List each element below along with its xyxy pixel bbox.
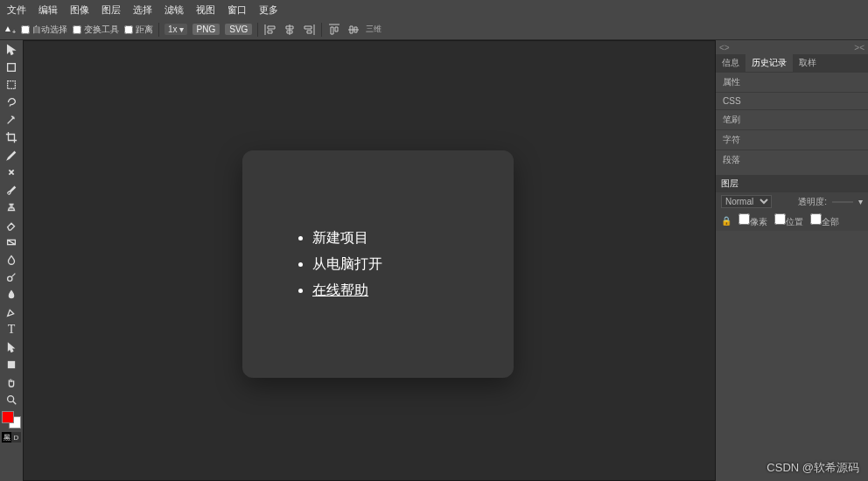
svg-point-5 (8, 396, 14, 402)
right-panels: <> >< 信息 历史记录 取样 属性 CSS 笔刷 字符 段落 图层 Norm… (716, 40, 868, 481)
tab-sample[interactable]: 取样 (793, 54, 822, 72)
eyedropper-tool[interactable] (2, 147, 21, 163)
svg-rect-1 (8, 81, 16, 89)
foreground-color-swatch[interactable] (2, 411, 14, 423)
tab-history[interactable]: 历史记录 (746, 54, 793, 72)
separator (158, 23, 159, 37)
lasso-tool[interactable] (2, 94, 21, 110)
opacity-value[interactable] (832, 201, 853, 203)
lock-all-checkbox[interactable]: 全部 (810, 213, 839, 228)
options-bar: ▲+ 自动选择 变换工具 距离 1x▾ PNG SVG 三维 (0, 19, 868, 40)
lock-position-checkbox[interactable]: 位置 (774, 213, 803, 228)
marquee-tool[interactable] (2, 77, 21, 93)
align-center-v-icon[interactable] (346, 23, 360, 37)
crop-tool[interactable] (2, 129, 21, 145)
export-png-button[interactable]: PNG (192, 24, 220, 35)
black-label: 黑 (2, 432, 11, 443)
collapse-right-icon[interactable]: >< (854, 43, 864, 52)
align-right-icon[interactable] (302, 23, 316, 37)
zoom-dropdown[interactable]: 1x▾ (164, 24, 187, 35)
move-tool[interactable] (2, 42, 21, 58)
lock-pixels-checkbox[interactable]: 像素 (738, 213, 767, 228)
watermark-text: CSDN @软希源码 (766, 460, 859, 476)
menu-window[interactable]: 窗口 (228, 3, 247, 17)
align-top-icon[interactable] (327, 23, 341, 37)
layers-panel-title[interactable]: 图层 (716, 175, 868, 192)
distance-checkbox[interactable]: 距离 (124, 24, 153, 36)
menu-image[interactable]: 图像 (70, 3, 89, 17)
tab-info[interactable]: 信息 (716, 54, 746, 72)
welcome-dialog: 新建项目 从电脑打开 在线帮助 (242, 150, 514, 378)
separator (321, 23, 322, 37)
menu-file[interactable]: 文件 (7, 3, 26, 17)
zoom-tool[interactable] (2, 392, 21, 408)
color-swatches[interactable] (2, 411, 21, 429)
swatch-reset[interactable]: 黑 D (2, 432, 21, 443)
magic-wand-tool[interactable] (2, 112, 21, 128)
spot-heal-tool[interactable] (2, 164, 21, 180)
svg-point-3 (8, 276, 12, 281)
blend-mode-select[interactable]: Normal (721, 195, 772, 208)
type-tool[interactable]: T (2, 322, 21, 338)
panel-attributes[interactable]: 属性 (716, 72, 868, 92)
menu-filter[interactable]: 滤镜 (164, 3, 184, 17)
brush-tool[interactable] (2, 182, 21, 198)
svg-rect-4 (9, 362, 15, 368)
menu-view[interactable]: 视图 (196, 3, 215, 17)
artboard-tool[interactable] (2, 59, 21, 75)
panel-paragraph[interactable]: 段落 (716, 150, 868, 170)
three-d-button[interactable]: 三维 (366, 23, 382, 37)
move-icon: ▲+ (4, 24, 16, 35)
collapse-left-icon[interactable]: <> (719, 43, 730, 52)
dodge-tool[interactable] (2, 269, 21, 285)
lock-icon[interactable]: 🔒 (721, 216, 732, 226)
eraser-tool[interactable] (2, 217, 21, 233)
align-center-h-icon[interactable] (283, 23, 297, 37)
menu-edit[interactable]: 编辑 (38, 3, 58, 17)
panel-character[interactable]: 字符 (716, 129, 868, 150)
panel-css[interactable]: CSS (716, 92, 868, 109)
transform-tool-checkbox[interactable]: 变换工具 (73, 24, 119, 36)
path-select-tool[interactable] (2, 339, 21, 355)
opacity-label: 透明度: (777, 196, 827, 208)
workspace-canvas: 新建项目 从电脑打开 在线帮助 (23, 40, 716, 481)
new-project-button[interactable]: 新建项目 (312, 229, 514, 247)
menu-select[interactable]: 选择 (133, 3, 152, 17)
bucket-tool[interactable] (2, 287, 21, 303)
separator (257, 23, 258, 37)
default-label: D (11, 432, 21, 443)
clone-stamp-tool[interactable] (2, 199, 21, 215)
open-from-computer-button[interactable]: 从电脑打开 (312, 255, 514, 274)
chevron-down-icon[interactable]: ▾ (858, 197, 863, 206)
menu-more[interactable]: 更多 (259, 3, 278, 17)
svg-rect-0 (8, 64, 16, 72)
chevron-down-icon: ▾ (179, 24, 184, 34)
align-left-icon[interactable] (263, 23, 277, 37)
online-help-link[interactable]: 在线帮助 (312, 282, 514, 300)
gradient-tool[interactable] (2, 234, 21, 250)
menu-layer[interactable]: 图层 (102, 3, 121, 17)
export-svg-button[interactable]: SVG (225, 24, 252, 35)
shape-tool[interactable] (2, 357, 21, 373)
hand-tool[interactable] (2, 374, 21, 390)
layers-list (716, 231, 868, 481)
panel-brush[interactable]: 笔刷 (716, 109, 868, 129)
tool-bar: T 黑 D (0, 40, 23, 481)
pen-tool[interactable] (2, 304, 21, 320)
auto-select-checkbox[interactable]: 自动选择 (21, 24, 67, 36)
menu-bar: 文件 编辑 图像 图层 选择 滤镜 视图 窗口 更多 (0, 0, 868, 19)
blur-tool[interactable] (2, 252, 21, 268)
